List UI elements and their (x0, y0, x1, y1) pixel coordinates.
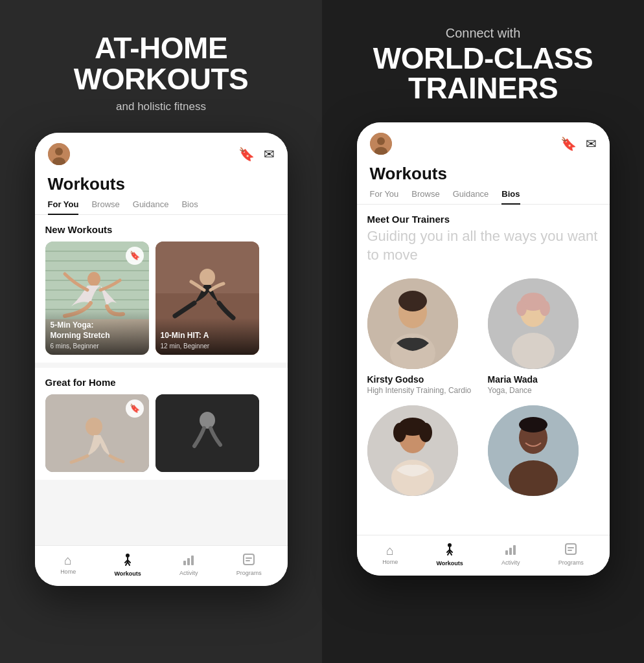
workout-card-1[interactable]: 🔖 5-Min Yoga:Morning Stretch 6 mins, Beg… (45, 242, 149, 355)
left-headline-text: AT-HOME WORKOUTS (19, 32, 303, 95)
nav-programs-label-left: Programs (236, 570, 262, 576)
card-title-2: 10-Min HIT: A (161, 331, 254, 341)
card-bookmark-1[interactable]: 🔖 (126, 247, 144, 265)
phone-nav-right: ⌂ Home Workouts (357, 535, 610, 576)
svg-rect-28 (187, 558, 190, 565)
avatar-right (370, 133, 392, 155)
nav-programs-label-right: Programs (558, 559, 584, 566)
phone-header-left: 🔖 ✉ (35, 133, 288, 172)
tab-bios-right[interactable]: Bios (501, 189, 520, 204)
trainer-name-1: Kirsty Godso (367, 374, 424, 385)
phone-tabs-right: For You Browse Guidance Bios (357, 189, 610, 205)
tab-guidance-right[interactable]: Guidance (453, 189, 489, 204)
svg-rect-29 (191, 556, 194, 565)
svg-point-54 (519, 417, 547, 433)
tab-browse-left[interactable]: Browse (91, 199, 119, 214)
phone-icons-left: 🔖 ✉ (238, 146, 275, 162)
svg-rect-27 (183, 561, 186, 565)
tab-guidance-left[interactable]: Guidance (133, 199, 169, 214)
svg-point-44 (540, 300, 550, 316)
nav-workouts-left[interactable]: Workouts (114, 552, 141, 577)
left-headline: AT-HOME WORKOUTS (19, 32, 303, 95)
mail-icon-right[interactable]: ✉ (586, 136, 597, 152)
great-for-home-section: Great for Home (35, 368, 288, 480)
bookmark-icon-left[interactable]: 🔖 (238, 146, 255, 162)
svg-rect-64 (513, 545, 516, 555)
meet-trainers-subtitle: Guiding you in all the ways you want to … (367, 227, 599, 264)
right-headline-text: WORLD-CLASS TRAINERS (373, 43, 593, 103)
connect-text: Connect with (373, 26, 593, 41)
programs-icon-right (564, 543, 577, 557)
phone-nav-left: ⌂ Home Workouts (35, 545, 288, 586)
svg-point-43 (516, 300, 527, 316)
great-for-home-label: Great for Home (35, 368, 288, 394)
programs-icon-left (242, 553, 255, 568)
trainer-card-1[interactable]: Kirsty Godso High Intensity Training, Ca… (367, 278, 479, 396)
svg-point-21 (126, 554, 130, 557)
phone-icons-right: 🔖 ✉ (560, 136, 597, 152)
svg-rect-30 (244, 554, 254, 565)
svg-rect-63 (509, 548, 512, 555)
nav-workouts-label-left: Workouts (114, 570, 141, 577)
svg-point-34 (377, 137, 385, 145)
bookmark-icon-right[interactable]: 🔖 (560, 136, 577, 152)
home-icon-left: ⌂ (64, 554, 72, 567)
card-overlay-2: 10-Min HIT: A 12 min, Beginner (155, 318, 259, 355)
workout-card-2[interactable]: 10-Min HIT: A 12 min, Beginner (155, 242, 259, 355)
nav-home-label-left: Home (60, 568, 76, 575)
svg-point-56 (448, 543, 452, 547)
svg-point-45 (512, 333, 555, 369)
svg-point-38 (398, 291, 427, 311)
tab-for-you-right[interactable]: For You (370, 189, 399, 204)
trainers-grid: Kirsty Godso High Intensity Training, Ca… (357, 269, 610, 511)
nav-home-right[interactable]: ⌂ Home (382, 544, 398, 565)
meet-trainers-title: Meet Our Trainers (367, 214, 599, 225)
svg-point-16 (200, 269, 215, 286)
nav-activity-left[interactable]: Activity (179, 553, 198, 576)
nav-activity-right[interactable]: Activity (501, 543, 520, 566)
card-title-1: 5-Min Yoga:Morning Stretch (51, 320, 144, 341)
nav-activity-label-right: Activity (501, 559, 520, 566)
trainer-specialty-1: High Intensity Training, Cardio (367, 386, 472, 396)
phone-tabs-left: For You Browse Guidance Bios (35, 199, 288, 215)
card-overlay-1: 5-Min Yoga:Morning Stretch 6 mins, Begin… (45, 308, 149, 354)
home-card-1[interactable]: 🔖 (45, 394, 149, 472)
tab-browse-right[interactable]: Browse (411, 189, 439, 204)
trainer-specialty-2: Yoga, Dance (488, 386, 532, 396)
activity-icon-left (182, 553, 195, 568)
phone-header-right: 🔖 ✉ (357, 122, 610, 161)
tab-bios-left[interactable]: Bios (181, 199, 198, 214)
phone-title-left: Workouts (35, 172, 288, 199)
svg-rect-32 (246, 560, 250, 561)
workouts-icon-right (443, 542, 457, 558)
card-meta-1: 6 mins, Beginner (51, 343, 144, 350)
trainer-avatar-2 (488, 278, 579, 369)
phone-content-left: New Workouts (35, 215, 288, 545)
tab-for-you-left[interactable]: For You (48, 199, 79, 214)
right-phone-mockup: 🔖 ✉ Workouts For You Browse Guidance Bio… (357, 122, 610, 576)
mail-icon-left[interactable]: ✉ (264, 146, 275, 162)
svg-point-50 (419, 423, 432, 442)
nav-home-label-right: Home (382, 559, 398, 565)
svg-point-20 (200, 412, 215, 429)
trainer-card-2[interactable]: Maria Wada Yoga, Dance (488, 278, 599, 396)
right-headline: Connect with WORLD-CLASS TRAINERS (373, 26, 593, 103)
nav-workouts-right[interactable]: Workouts (436, 542, 463, 567)
activity-icon-right (504, 543, 517, 557)
trainer-avatar-1 (367, 278, 458, 369)
card-bookmark-home-1[interactable]: 🔖 (126, 399, 144, 418)
left-phone-mockup: 🔖 ✉ Workouts For You Browse Guidance Bio… (35, 133, 288, 586)
workouts-icon-left (121, 552, 135, 568)
home-card-2[interactable] (155, 394, 259, 472)
card-meta-2: 12 min, Beginner (161, 343, 254, 350)
svg-rect-66 (568, 547, 574, 548)
svg-rect-19 (155, 394, 259, 472)
nav-home-left[interactable]: ⌂ Home (60, 554, 76, 575)
trainer-name-2: Maria Wada (488, 374, 538, 385)
trainer-card-3[interactable] (367, 405, 479, 502)
trainer-card-4[interactable] (488, 405, 599, 502)
nav-programs-left[interactable]: Programs (236, 553, 262, 576)
nav-programs-right[interactable]: Programs (558, 543, 584, 566)
svg-rect-62 (505, 550, 508, 555)
svg-point-1 (55, 148, 63, 155)
